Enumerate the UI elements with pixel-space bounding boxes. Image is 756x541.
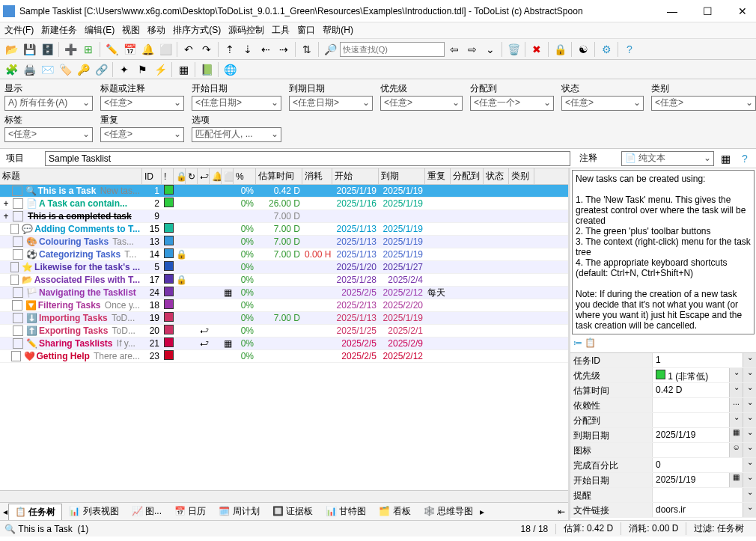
prop-row[interactable]: 提醒⌄ (570, 488, 756, 503)
prop-row[interactable]: 优先级 1 (非常低)⌄⌄ (570, 368, 756, 383)
menu-item[interactable]: 源码控制 (228, 24, 264, 37)
filter-select[interactable]: <任意> (100, 127, 184, 142)
col-header[interactable]: 类别 (509, 168, 534, 184)
globe-icon[interactable]: 🌐 (222, 61, 238, 78)
task-checkbox[interactable] (13, 249, 23, 260)
task-checkbox[interactable] (12, 300, 22, 311)
view-tab[interactable]: 🕸️ 思维导图 (418, 504, 479, 519)
notes-btn1[interactable]: ▦ (717, 150, 734, 167)
new-task-icon[interactable]: ➕ (62, 41, 79, 58)
tag-icon[interactable]: 🏷️ (57, 61, 73, 78)
prop-row[interactable]: 任务ID1⌄ (570, 353, 756, 368)
find-icon[interactable]: 🔎 (322, 41, 338, 58)
undo-icon[interactable]: ↶ (180, 41, 197, 58)
filter-select[interactable]: <任意> (651, 96, 756, 111)
prop-row[interactable]: 估算时间0.42 D⌄⌄ (570, 383, 756, 398)
col-header[interactable]: 开始 (332, 168, 379, 184)
task-checkbox[interactable] (10, 275, 19, 285)
bolt-icon[interactable]: ⚡ (152, 61, 168, 78)
filter-select[interactable]: <任意日期> (192, 96, 281, 111)
col-header[interactable]: ! (162, 168, 174, 184)
notes-textarea[interactable]: New tasks can be created using: 1. The '… (572, 170, 755, 334)
link-icon[interactable]: 🔗 (93, 61, 109, 78)
help-icon[interactable]: ? (621, 41, 638, 58)
task-checkbox[interactable] (13, 236, 23, 247)
task-row[interactable]: 🏳️Navigating the Tasklist24▦0%2025/2/520… (0, 287, 568, 299)
delete-icon[interactable]: ✖ (528, 41, 545, 58)
task-row[interactable]: ⚽Categorizing Tasks T...14🔒0%7.00 D0.00 … (0, 248, 568, 261)
prop-row[interactable]: 完成百分比0⌄ (570, 458, 756, 473)
task-checkbox[interactable] (13, 198, 23, 209)
task-row[interactable]: 🔽Filtering Tasks Once y...180%2025/2/132… (0, 299, 568, 312)
hscrollbar[interactable] (0, 490, 568, 502)
lock-icon[interactable]: 🔒 (552, 41, 568, 58)
col-header[interactable]: ⬜ (222, 168, 234, 184)
view-tab[interactable]: 🗓️ 周计划 (213, 504, 265, 519)
task-checkbox[interactable] (13, 338, 23, 349)
view-tab[interactable]: 📈 图... (126, 504, 168, 519)
task-row[interactable]: +📄A Task can contain...20%26.00 D2025/1/… (0, 198, 568, 210)
task-checkbox[interactable] (10, 224, 19, 234)
new-subtask-icon[interactable]: ⊞ (80, 41, 97, 58)
edit-icon[interactable]: ✏️ (103, 41, 120, 58)
notes-format-select[interactable]: 📄 纯文本 (621, 151, 714, 166)
save-icon[interactable]: 💾 (21, 41, 37, 58)
task-checkbox[interactable] (12, 186, 22, 196)
prop-row[interactable]: 分配到⌄⌄ (570, 413, 756, 428)
star-icon[interactable]: ✦ (116, 61, 132, 78)
view-tab[interactable]: 📊 甘特图 (320, 504, 372, 519)
move-down-icon[interactable]: ⇣ (240, 41, 256, 58)
property-grid[interactable]: 任务ID1⌄优先级 1 (非常低)⌄⌄估算时间0.42 D⌄⌄依赖性...⌄分配… (570, 352, 756, 520)
task-checkbox[interactable] (13, 211, 23, 221)
quickfind-input[interactable] (340, 42, 445, 57)
filter-select[interactable]: <任意日期> (289, 96, 373, 111)
puzzle-icon[interactable]: 🧩 (3, 61, 19, 78)
tab-prev[interactable]: ◂ (3, 507, 7, 517)
task-row[interactable]: 🎨Colouring Tasks Tas...130%7.00 D2025/1/… (0, 236, 568, 248)
col-header[interactable]: 状态 (484, 168, 509, 184)
task-checkbox[interactable] (13, 325, 23, 336)
key-icon[interactable]: 🔑 (75, 61, 91, 78)
menu-item[interactable]: 工具 (272, 24, 290, 37)
prop-row[interactable]: 到期日期2025/1/19▦⌄ (570, 428, 756, 443)
task-row[interactable]: 💬Adding Comments to T...150%7.00 D2025/1… (0, 223, 568, 236)
mail-icon[interactable]: ✉️ (39, 61, 55, 78)
menu-item[interactable]: 文件(F) (4, 24, 34, 37)
view-tab[interactable]: 📊 列表视图 (63, 504, 124, 519)
filter-select[interactable]: A) 所有任务(A) (4, 96, 93, 111)
menu-item[interactable]: 排序方式(S) (173, 24, 221, 37)
col-header[interactable]: 消耗 (302, 168, 332, 184)
sort-icon[interactable]: ⇅ (299, 41, 315, 58)
flag-icon[interactable]: ⚑ (134, 61, 150, 78)
task-row[interactable]: ⬇️Importing Tasks ToD...190%7.00 D2025/1… (0, 312, 568, 325)
col-header[interactable]: ID (142, 168, 162, 184)
prop-row[interactable]: 文件链接doors.ir⌄ (570, 503, 756, 518)
move-left-icon[interactable]: ⇠ (257, 41, 274, 58)
task-row[interactable]: ❤️Getting Help There are...230%2025/2/52… (0, 350, 568, 363)
col-header[interactable]: 🔔 (210, 168, 222, 184)
reminder-icon[interactable]: 🔔 (139, 41, 156, 58)
find-dd-icon[interactable]: ⌄ (482, 41, 499, 58)
grid-body[interactable]: 🔍This is a Task New tas...10%0.42 D2025/… (0, 185, 568, 490)
maximize-task-icon[interactable]: ⬜ (157, 41, 174, 58)
col-header[interactable]: ↻ (186, 168, 198, 184)
filter-select[interactable]: <任意> (4, 127, 93, 142)
col-header[interactable]: ⮐ (198, 168, 210, 184)
task-checkbox[interactable] (13, 313, 23, 323)
prop-row[interactable]: 图标☺⌄ (570, 443, 756, 458)
tab-next[interactable]: ▸ (480, 507, 484, 517)
menu-item[interactable]: 窗口 (297, 24, 315, 37)
project-input[interactable] (45, 151, 570, 166)
maximize-button[interactable]: ☐ (697, 5, 719, 17)
task-checkbox[interactable] (11, 351, 20, 361)
col-header[interactable]: 分配到 (451, 168, 484, 184)
minimize-button[interactable]: — (661, 5, 683, 17)
task-row[interactable]: ⬆️Exporting Tasks ToD...20⮐0%2025/1/2520… (0, 325, 568, 337)
prop-row[interactable]: 依赖性...⌄ (570, 398, 756, 413)
filter-select[interactable]: <任意一个> (470, 96, 554, 111)
open-icon[interactable]: 📂 (3, 41, 19, 58)
col-header[interactable]: 到期 (379, 168, 425, 184)
settings-icon[interactable]: ⚙ (598, 41, 615, 58)
toggle-icon[interactable]: ▦ (175, 61, 192, 78)
task-row[interactable]: ⭐Likewise for the task's ...50%2025/1/20… (0, 261, 568, 274)
